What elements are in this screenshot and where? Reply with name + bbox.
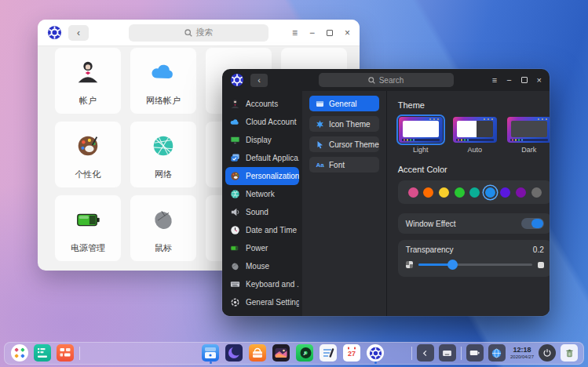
accent-dot-green[interactable]	[455, 187, 465, 198]
search-input[interactable]: Search	[319, 73, 454, 87]
clock-widget[interactable]: 12:18 2020/04/27	[510, 347, 534, 359]
speaker-icon	[230, 207, 240, 217]
subnav-icon-theme[interactable]: Icon Theme	[309, 116, 379, 132]
close-button[interactable]: ×	[537, 75, 542, 85]
maximize-button[interactable]	[327, 30, 333, 36]
dock: ♪ 27	[4, 342, 584, 365]
minimize-button[interactable]: −	[309, 27, 315, 38]
card-network[interactable]: 网络	[130, 122, 196, 187]
search-input[interactable]: 搜索	[129, 24, 268, 42]
transparency-slider[interactable]	[418, 260, 532, 270]
window-effect-label: Window Effect	[406, 220, 456, 228]
sidebar-item-accounts[interactable]: Accounts	[225, 95, 299, 113]
launcher-icon[interactable]	[11, 344, 28, 362]
card-power[interactable]: 电源管理	[55, 195, 121, 261]
file-manager-icon[interactable]	[202, 344, 219, 362]
subnav-general[interactable]: General	[309, 96, 379, 111]
battery-icon	[230, 243, 240, 253]
clock-date: 2020/04/27	[510, 354, 534, 359]
accent-dot-indigo[interactable]	[500, 187, 510, 198]
settings-window: ‹ Search ≡ − × Accounts Cloud Accoun	[222, 69, 550, 316]
settings-titlebar: ‹ Search ≡ − ×	[222, 69, 550, 91]
theme-option-light[interactable]: Light	[398, 117, 444, 154]
maximize-button[interactable]	[521, 77, 528, 83]
font-icon: Aa	[316, 161, 324, 169]
back-button[interactable]: ‹	[68, 25, 89, 41]
desktop: ‹ 搜索 ≡ − × 帐户 网络帐	[0, 0, 588, 367]
sidebar-item-sound[interactable]: Sound	[225, 203, 299, 221]
window-icon	[316, 100, 324, 108]
virtual-keyboard-icon[interactable]	[439, 344, 456, 362]
trash-icon[interactable]	[561, 344, 578, 362]
text-editor-icon[interactable]	[320, 344, 337, 362]
network-icon[interactable]	[488, 344, 506, 362]
card-cloud-account[interactable]: 网络帐户	[130, 48, 196, 114]
card-accounts[interactable]: 帐户	[55, 48, 121, 114]
minimize-button[interactable]: −	[506, 75, 511, 85]
settings-sidebar: Accounts Cloud Account Display Default A…	[222, 91, 302, 316]
flower-icon	[316, 120, 324, 129]
sidebar-item-power[interactable]: Power	[225, 239, 299, 257]
user-icon	[230, 99, 240, 109]
slider-thumb[interactable]	[447, 260, 458, 270]
keyboard-icon	[230, 279, 240, 289]
accent-dot-blue[interactable]	[485, 187, 495, 198]
opaque-square-icon	[538, 262, 544, 268]
sidebar-item-display[interactable]: Display	[225, 131, 299, 149]
general-settings-panel: Theme Light Auto	[386, 91, 550, 316]
battery-icon[interactable]	[466, 344, 484, 362]
accent-color-heading: Accent Color	[398, 165, 550, 174]
accent-dot-yellow[interactable]	[439, 187, 449, 198]
calendar-icon[interactable]: 27	[343, 344, 360, 362]
control-center-logo-icon	[47, 25, 62, 40]
sidebar-item-general-settings[interactable]: General Settings	[225, 293, 299, 311]
app-store-icon[interactable]	[249, 344, 266, 362]
clock-icon	[230, 225, 240, 235]
multitasking-icon[interactable]	[57, 344, 74, 362]
music-note-glyph: ♪	[303, 349, 307, 357]
accent-dot-gray[interactable]	[531, 187, 542, 198]
browser-icon[interactable]	[225, 344, 243, 362]
control-center-icon[interactable]	[367, 344, 384, 362]
image-viewer-icon[interactable]	[272, 344, 290, 362]
sidebar-item-personalization[interactable]: Personalization	[225, 167, 299, 185]
theme-heading: Theme	[398, 100, 550, 110]
sidebar-item-default-applications[interactable]: Default Applica...	[225, 149, 299, 167]
theme-option-auto[interactable]: Auto	[452, 117, 498, 154]
task-list-icon[interactable]	[34, 344, 51, 362]
palette-icon	[74, 132, 102, 160]
card-mouse[interactable]: 鼠标	[130, 195, 196, 261]
accent-dot-orange[interactable]	[423, 187, 433, 198]
settings-logo-icon	[230, 73, 245, 88]
accent-dot-purple[interactable]	[516, 187, 526, 198]
subnav-cursor-theme[interactable]: Cursor Theme	[309, 136, 379, 152]
sidebar-item-date-time[interactable]: Date and Time	[225, 221, 299, 239]
music-icon[interactable]: ♪	[296, 344, 313, 362]
sidebar-item-keyboard[interactable]: Keyboard and ...	[225, 275, 299, 293]
subnav-font[interactable]: Aa Font	[309, 157, 379, 173]
back-button[interactable]: ‹	[250, 74, 268, 87]
transparency-label: Transparency	[406, 245, 454, 254]
tray-expand-icon[interactable]	[417, 344, 434, 362]
clock-time: 12:18	[510, 347, 534, 354]
theme-preview-light	[399, 117, 443, 143]
control-center-titlebar: ‹ 搜索 ≡ − ×	[38, 20, 360, 46]
sidebar-item-cloud-account[interactable]: Cloud Account	[225, 113, 299, 131]
sidebar-item-network[interactable]: Network	[225, 185, 299, 203]
close-button[interactable]: ×	[345, 27, 350, 38]
menu-icon[interactable]: ≡	[492, 75, 497, 85]
theme-preview-dark	[507, 117, 550, 143]
accent-dot-pink[interactable]	[408, 187, 418, 198]
theme-option-dark[interactable]: Dark	[506, 117, 550, 154]
sidebar-item-mouse[interactable]: Mouse	[225, 257, 299, 275]
window-effect-toggle[interactable]	[521, 218, 544, 229]
transparent-checker-icon	[406, 261, 413, 268]
transparency-value: 0.2	[533, 245, 544, 254]
card-personalization[interactable]: 个性化	[55, 122, 121, 187]
dock-separator	[79, 347, 80, 360]
menu-icon[interactable]: ≡	[292, 27, 298, 38]
gear-icon	[230, 297, 240, 307]
calendar-day: 27	[343, 350, 360, 358]
accent-dot-teal[interactable]	[469, 187, 480, 198]
shutdown-icon[interactable]	[539, 344, 556, 362]
